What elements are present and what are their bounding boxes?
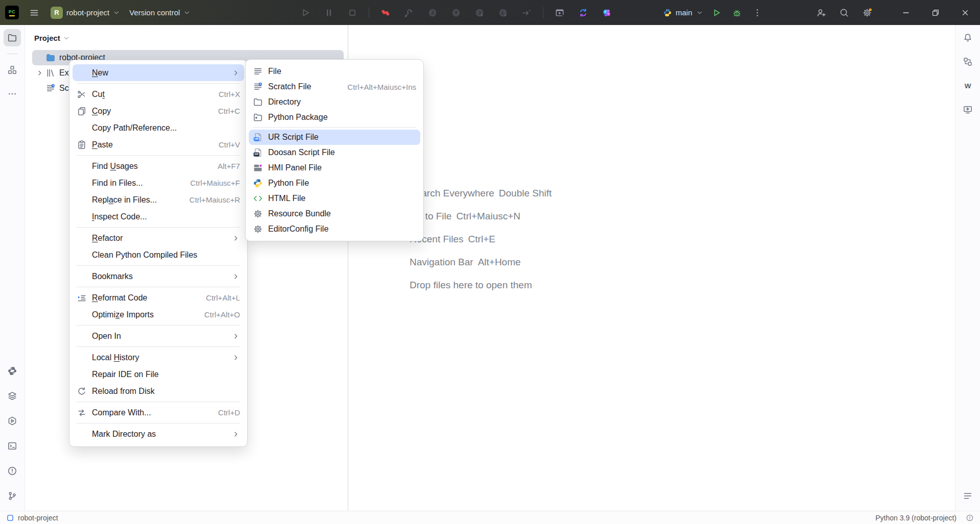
empty-icon-slot [77,250,87,260]
project-panel-header[interactable]: Project [25,25,348,42]
empty-icon-slot [77,271,87,282]
menu-item-new[interactable]: New [73,64,244,81]
menu-item-open-in[interactable]: Open In [73,328,244,344]
submenu-item-scratch-file[interactable]: Scratch FileCtrl+Alt+Maiusc+Ins [249,79,420,94]
menu-item-bookmarks[interactable]: Bookmarks [73,268,244,285]
menu-item-label: Bookmarks [92,272,133,281]
submenu-item-hmi-panel-file[interactable]: HMI Panel File [249,160,420,176]
menu-item-label: Python File [268,179,309,188]
submenu-item-html-file[interactable]: HTML File [249,191,420,206]
menu-item-copy[interactable]: CopyCtrl+C [73,103,244,119]
submenu-item-python-file[interactable]: Python File [249,176,420,191]
run-configuration-widget[interactable]: main [660,4,706,21]
more-tool-windows-button[interactable] [4,85,21,103]
hmi-panel-icon [253,163,263,173]
menu-item-find-in-files[interactable]: Find in Files...Ctrl+Maiusc+F [73,174,244,191]
ui-preview-button[interactable] [959,101,976,118]
problems-button[interactable] [4,462,21,480]
main-menu-button[interactable] [24,4,44,21]
todo-button[interactable] [959,487,976,505]
run-button[interactable] [706,4,727,21]
menu-item-reformat-code[interactable]: Reformat CodeCtrl+Alt+L [73,289,244,306]
menu-item-clean-python-compiled-files[interactable]: Clean Python Compiled Files [73,246,244,263]
workspace-icon [6,514,14,522]
menu-item-copy-path-reference[interactable]: Copy Path/Reference... [73,119,244,136]
terminal-button[interactable] [4,437,21,455]
menu-item-compare-with[interactable]: Compare With...Ctrl+D [73,404,244,421]
python-packages-button[interactable] [4,362,21,380]
status-alert-icon[interactable] [966,514,974,522]
more-actions-button[interactable] [747,4,768,21]
w-plugin-button[interactable]: W [959,77,976,94]
pause-button-disabled[interactable] [319,4,339,21]
svg-text:DR: DR [254,153,258,156]
menu-item-label: HMI Panel File [268,163,322,172]
menu-item-mark-directory-as[interactable]: Mark Directory as [73,426,244,442]
version-control-button[interactable] [4,487,21,505]
menu-item-shortcut: Ctrl+X [219,90,240,98]
new-submenu: FileScratch FileCtrl+Alt+Maiusc+InsDirec… [245,59,424,241]
plugin-tool-button[interactable] [959,53,976,70]
robot-arm-tool-button[interactable] [399,4,419,21]
menu-item-repair-ide-on-file[interactable]: Repair IDE on File [73,366,244,383]
submenu-item-ur-script-file[interactable]: URUR Script File [249,130,420,145]
workspace-widget[interactable]: robot-project [6,514,58,522]
svg-text:UR: UR [254,137,258,140]
menu-item-local-history[interactable]: Local History [73,349,244,366]
submenu-item-python-package[interactable]: Python Package [249,110,420,125]
submenu-item-directory[interactable]: Directory [249,94,420,110]
tool-t-button[interactable]: T [446,4,466,21]
menu-item-paste[interactable]: PasteCtrl+V [73,136,244,153]
vcs-widget[interactable]: Version control [126,4,194,21]
settings-button[interactable] [857,4,877,21]
empty-icon-slot [77,212,87,222]
menu-item-find-usages[interactable]: Find UsagesAlt+F7 [73,158,244,174]
run-button-disabled[interactable] [295,4,316,21]
tool-j-button[interactable]: J [422,4,443,21]
menu-item-reload-from-disk[interactable]: Reload from Disk [73,383,244,400]
restore-button[interactable] [921,0,950,25]
menu-item-refactor[interactable]: Refactor [73,230,244,246]
notifications-button[interactable] [959,29,976,46]
tool-l-run-button[interactable]: L [493,4,513,21]
menu-item-replace-in-files[interactable]: Replace in Files...Ctrl+Maiusc+R [73,191,244,208]
chevron-right-icon[interactable] [34,69,45,77]
ai-assistant-button[interactable] [596,4,617,21]
debug-button[interactable] [727,4,747,21]
menu-separator [77,83,240,84]
w-plugin-icon: W [963,81,973,91]
submenu-item-resource-bundle[interactable]: Resource Bundle [249,206,420,221]
tool-j-run-button[interactable]: J [469,4,490,21]
submenu-item-file[interactable]: File [249,64,420,79]
code-with-me-button[interactable] [811,4,831,21]
stop-button-disabled[interactable] [342,4,363,21]
vcs-label: Version control [129,8,180,17]
menu-item-label: Replace in Files... [92,195,157,205]
tool-send-button[interactable] [516,4,537,21]
menu-item-optimize-imports[interactable]: Optimize ImportsCtrl+Alt+O [73,306,244,323]
close-button[interactable] [950,0,980,25]
run-in-terminal-button[interactable] [549,4,570,21]
menu-item-cut[interactable]: CutCtrl+X [73,86,244,103]
chevron-down-icon [696,9,703,16]
interpreter-widget[interactable]: Python 3.9 (robot-project) [875,514,957,522]
ur-script-icon: UR [253,132,263,142]
chevron-right-icon [232,69,240,77]
run-tool-button[interactable] [4,412,21,430]
submenu-item-editorconfig-file[interactable]: EditorConfig File [249,221,420,237]
menu-item-label: Doosan Script File [268,148,335,157]
menu-item-label: HTML File [268,194,305,203]
minimize-button[interactable] [891,0,921,25]
project-tool-button[interactable] [4,29,21,46]
services-button[interactable] [4,387,21,405]
menu-item-inspect-code[interactable]: Inspect Code... [73,208,244,225]
menu-item-shortcut: Ctrl+Maiusc+F [190,179,240,187]
search-everywhere-button[interactable] [834,4,854,21]
menu-item-label: Directory [268,97,301,107]
more-horizontal-icon [7,89,17,99]
project-widget[interactable]: R robot-project [47,4,123,21]
sync-button[interactable] [573,4,593,21]
structure-tool-button[interactable] [4,61,21,79]
robot-vendor-button[interactable] [375,4,396,21]
submenu-item-doosan-script-file[interactable]: DRDoosan Script File [249,145,420,160]
